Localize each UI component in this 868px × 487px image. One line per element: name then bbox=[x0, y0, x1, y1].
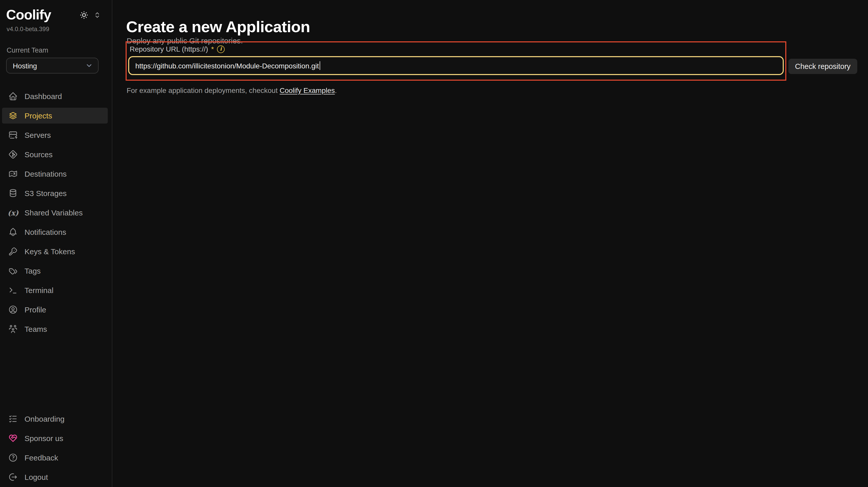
sidebar-item-onboarding[interactable]: Onboarding bbox=[2, 411, 108, 427]
sidebar-item-label: Servers bbox=[25, 131, 51, 139]
list-check-icon bbox=[8, 414, 18, 424]
sidebar-item-label: Dashboard bbox=[25, 92, 62, 100]
database-icon bbox=[8, 188, 18, 198]
repository-url-label: Repository URL (https://) * i bbox=[130, 45, 225, 53]
check-repository-button[interactable]: Check repository bbox=[788, 59, 857, 74]
sidebar-item-tags[interactable]: Tags bbox=[2, 263, 108, 279]
app-version: v4.0.0-beta.399 bbox=[7, 26, 49, 33]
sidebar-item-profile[interactable]: Profile bbox=[2, 302, 108, 318]
info-icon[interactable]: i bbox=[217, 45, 225, 53]
coolify-examples-link[interactable]: Coolify Examples bbox=[280, 86, 335, 94]
tags-icon bbox=[8, 266, 18, 275]
chevrons-up-down-icon[interactable] bbox=[93, 11, 102, 20]
sidebar-item-sources[interactable]: Sources bbox=[2, 147, 108, 162]
terminal-icon bbox=[8, 285, 18, 295]
sidebar-item-notifications[interactable]: Notifications bbox=[2, 224, 108, 240]
sidebar-item-label: Notifications bbox=[25, 228, 66, 236]
app-window: Coolify v4.0.0-beta.399 Current Team Hos… bbox=[0, 0, 868, 487]
sidebar-item-dashboard[interactable]: Dashboard bbox=[2, 88, 108, 104]
home-icon bbox=[8, 91, 18, 101]
chevron-down-icon bbox=[85, 62, 93, 69]
sidebar-item-logout[interactable]: Logout bbox=[2, 469, 108, 485]
stack-icon bbox=[8, 111, 18, 121]
required-marker: * bbox=[211, 45, 214, 53]
sidebar-item-label: Shared Variables bbox=[25, 209, 83, 217]
users-icon bbox=[8, 324, 18, 334]
sidebar-nav: DashboardProjectsServersSourcesDestinati… bbox=[0, 88, 112, 337]
sidebar-item-label: Sources bbox=[25, 151, 53, 158]
repository-url-input[interactable]: https://github.com/illicitestonion/Modul… bbox=[128, 56, 784, 75]
text-caret bbox=[319, 61, 320, 70]
team-select-value: Hosting bbox=[13, 62, 37, 70]
help-circle-icon bbox=[8, 453, 18, 462]
key-icon bbox=[8, 247, 18, 256]
sidebar-item-label: Teams bbox=[25, 325, 47, 333]
sidebar-item-label: Sponsor us bbox=[25, 434, 63, 442]
sidebar-item-feedback[interactable]: Feedback bbox=[2, 450, 108, 465]
sidebar-item-label: Logout bbox=[25, 473, 48, 481]
sidebar-item-label: Tags bbox=[25, 267, 40, 274]
sidebar-footer-nav: OnboardingSponsor usFeedbackLogout bbox=[0, 411, 112, 485]
sidebar-item-terminal[interactable]: Terminal bbox=[2, 282, 108, 298]
server-icon bbox=[8, 130, 18, 140]
sidebar-item-label: Profile bbox=[25, 306, 46, 314]
sidebar-item-label: Destinations bbox=[25, 170, 67, 177]
team-select[interactable]: Hosting bbox=[6, 58, 98, 73]
bell-icon bbox=[8, 227, 18, 237]
app-logo[interactable]: Coolify bbox=[6, 8, 51, 22]
page-subtitle: Deploy any public Git repositories. bbox=[127, 36, 243, 45]
sidebar-item-label: Keys & Tokens bbox=[25, 248, 75, 255]
theme-toggle-sun-icon[interactable] bbox=[80, 11, 88, 20]
sidebar-item-label: Feedback bbox=[25, 454, 58, 461]
helper-text: For example application deployments, che… bbox=[127, 86, 337, 94]
repository-url-value: https://github.com/illicitestonion/Modul… bbox=[135, 62, 319, 70]
sidebar-item-servers[interactable]: Servers bbox=[2, 127, 108, 143]
current-team-label: Current Team bbox=[7, 46, 48, 54]
sidebar-item-sponsor-us[interactable]: Sponsor us bbox=[2, 430, 108, 446]
sidebar: Coolify v4.0.0-beta.399 Current Team Hos… bbox=[0, 0, 112, 487]
variables-icon: (x) bbox=[8, 208, 18, 218]
git-icon bbox=[8, 150, 18, 159]
sidebar-item-label: S3 Storages bbox=[25, 189, 67, 197]
sidebar-item-label: Projects bbox=[25, 112, 52, 120]
sidebar-item-projects[interactable]: Projects bbox=[2, 108, 108, 124]
sidebar-item-s3-storages[interactable]: S3 Storages bbox=[2, 185, 108, 201]
sidebar-item-label: Onboarding bbox=[25, 415, 65, 423]
sidebar-item-teams[interactable]: Teams bbox=[2, 321, 108, 337]
sidebar-item-label: Terminal bbox=[25, 286, 53, 294]
sidebar-item-shared-variables[interactable]: (x)Shared Variables bbox=[2, 205, 108, 221]
map-icon bbox=[8, 169, 18, 179]
main-content: Create a new Application Deploy any publ… bbox=[112, 0, 868, 487]
page-title: Create a new Application bbox=[126, 18, 310, 36]
heart-handshake-icon bbox=[8, 433, 18, 443]
logout-icon bbox=[8, 472, 18, 482]
sidebar-item-keys-tokens[interactable]: Keys & Tokens bbox=[2, 244, 108, 259]
user-circle-icon bbox=[8, 305, 18, 315]
sidebar-item-destinations[interactable]: Destinations bbox=[2, 166, 108, 182]
